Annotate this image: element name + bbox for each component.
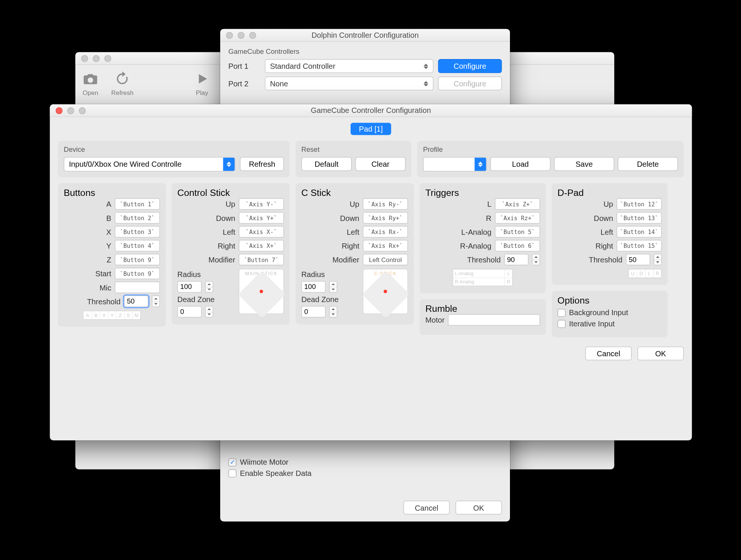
reset-label: Reset <box>301 145 406 154</box>
reset-default-button[interactable]: Default <box>301 157 352 171</box>
cs-down-button[interactable]: `Axis Y+` <box>239 212 284 224</box>
minimize-icon[interactable] <box>93 55 100 62</box>
options-title: Options <box>557 296 662 306</box>
cs-deadzone-input[interactable] <box>177 306 202 317</box>
iterative-input-checkbox[interactable]: Iterative Input <box>557 319 662 328</box>
cst-left-button[interactable]: `Axis Rx-` <box>363 226 408 238</box>
cancel-button[interactable]: Cancel <box>403 501 450 514</box>
ok-button[interactable]: OK <box>455 501 502 514</box>
checkbox-icon <box>557 308 566 317</box>
chevron-updown-icon <box>421 78 431 89</box>
window-title: Dolphin Controller Configuration <box>220 31 510 39</box>
gamecube-config-window: GameCube Controller Configuration Pad [1… <box>50 104 692 440</box>
triggers-preview: L-AnalogL R-AnalogR <box>453 269 513 286</box>
port2-configure-button: Configure <box>438 77 502 90</box>
cs-radius-input[interactable] <box>177 281 202 293</box>
port2-label: Port 2 <box>228 79 260 88</box>
map-y-button[interactable]: `Button 4` <box>115 240 160 252</box>
checkbox-icon <box>228 469 237 477</box>
chevron-updown-icon <box>474 158 486 171</box>
chevron-updown-icon <box>421 61 431 71</box>
stepper[interactable] <box>329 281 337 293</box>
reset-clear-button[interactable]: Clear <box>355 157 406 171</box>
rumble-title: Rumble <box>425 304 540 314</box>
close-icon[interactable] <box>81 55 88 62</box>
buttons-threshold-input[interactable] <box>124 296 148 307</box>
port1-configure-button[interactable]: Configure <box>438 59 502 73</box>
profile-select[interactable] <box>423 157 487 172</box>
map-mic-button[interactable] <box>115 281 160 293</box>
device-select[interactable]: Input/0/Xbox One Wired Controlle <box>64 157 236 172</box>
dpad-down-button[interactable]: `Button 13` <box>617 212 662 224</box>
stepper[interactable] <box>532 254 540 265</box>
cs-modifier-button[interactable]: `Button 7` <box>239 254 284 265</box>
dpad-right-button[interactable]: `Button 15` <box>617 240 662 252</box>
dpad-up-button[interactable]: `Button 12` <box>617 198 662 210</box>
dpad-threshold-input[interactable] <box>626 254 650 265</box>
pad-tab[interactable]: Pad [1] <box>351 123 391 135</box>
trig-lanalog-button[interactable]: `Button 5` <box>495 226 540 238</box>
zoom-icon[interactable] <box>104 55 111 62</box>
port1-select[interactable]: Standard Controller <box>265 59 433 73</box>
camera-icon <box>82 71 98 87</box>
cs-up-button[interactable]: `Axis Y-` <box>239 198 284 210</box>
cst-down-button[interactable]: `Axis Ry+` <box>363 212 408 224</box>
stepper[interactable] <box>205 306 213 317</box>
profile-label: Profile <box>423 145 678 154</box>
cst-radius-input[interactable] <box>301 281 326 293</box>
c-stick-preview: C-STICK <box>363 269 408 314</box>
stepper[interactable] <box>152 296 160 307</box>
c-stick-title: C Stick <box>301 188 408 198</box>
checkbox-icon <box>557 320 566 328</box>
profile-load-button[interactable]: Load <box>490 157 550 171</box>
window-title: GameCube Controller Configuration <box>50 106 692 115</box>
map-z-button[interactable]: `Button 9` <box>115 254 160 265</box>
cs-right-button[interactable]: `Axis X+` <box>239 240 284 252</box>
device-label: Device <box>64 145 284 154</box>
refresh-icon <box>114 71 130 87</box>
triggers-title: Triggers <box>425 188 540 198</box>
profile-save-button[interactable]: Save <box>554 157 614 171</box>
cst-deadzone-input[interactable] <box>301 306 326 317</box>
dpad-title: D-Pad <box>557 188 662 198</box>
map-start-button[interactable]: `Button 9` <box>115 268 160 279</box>
titlebar: GameCube Controller Configuration <box>50 104 692 117</box>
buttons-title: Buttons <box>64 188 160 198</box>
profile-delete-button[interactable]: Delete <box>618 157 678 171</box>
dpad-preview: UDLR <box>628 269 662 278</box>
trig-ranalog-button[interactable]: `Button 6` <box>495 240 540 252</box>
trig-r-button[interactable]: `Axis Rz+` <box>495 212 540 224</box>
triggers-threshold-input[interactable] <box>504 254 529 265</box>
titlebar: Dolphin Controller Configuration <box>220 29 510 42</box>
section-title: GameCube Controllers <box>228 47 502 56</box>
dpad-left-button[interactable]: `Button 14` <box>617 226 662 238</box>
map-x-button[interactable]: `Button 3` <box>115 226 160 238</box>
port1-label: Port 1 <box>228 62 260 70</box>
stepper[interactable] <box>654 254 662 265</box>
rumble-motor-button[interactable] <box>448 314 540 326</box>
cs-left-button[interactable]: `Axis X-` <box>239 226 284 238</box>
stepper[interactable] <box>205 281 213 293</box>
cst-up-button[interactable]: `Axis Ry-` <box>363 198 408 210</box>
play-icon <box>194 71 210 87</box>
checkbox-icon: ✓ <box>228 458 237 466</box>
main-stick-preview: MAIN STICK <box>239 269 284 314</box>
map-b-button[interactable]: `Button 2` <box>115 212 160 224</box>
ok-button[interactable]: OK <box>637 347 684 360</box>
open-button[interactable]: Open <box>82 71 98 96</box>
chevron-updown-icon <box>223 158 235 171</box>
cancel-button[interactable]: Cancel <box>585 347 632 360</box>
buttons-preview: ABXYZSM <box>83 311 141 320</box>
stepper[interactable] <box>329 306 337 317</box>
port2-select[interactable]: None <box>265 77 433 90</box>
trig-l-button[interactable]: `Axis Z+` <box>495 198 540 210</box>
wiimote-motor-checkbox[interactable]: ✓ Wiimote Motor <box>228 458 502 467</box>
speaker-data-checkbox[interactable]: Enable Speaker Data <box>228 469 502 477</box>
play-button[interactable]: Play <box>194 71 210 96</box>
refresh-button[interactable]: Refresh <box>111 71 134 96</box>
cst-right-button[interactable]: `Axis Rx+` <box>363 240 408 252</box>
map-a-button[interactable]: `Button 1` <box>115 198 160 210</box>
cst-modifier-button[interactable]: Left Control <box>363 254 408 265</box>
device-refresh-button[interactable]: Refresh <box>240 157 284 171</box>
background-input-checkbox[interactable]: Background Input <box>557 308 662 317</box>
